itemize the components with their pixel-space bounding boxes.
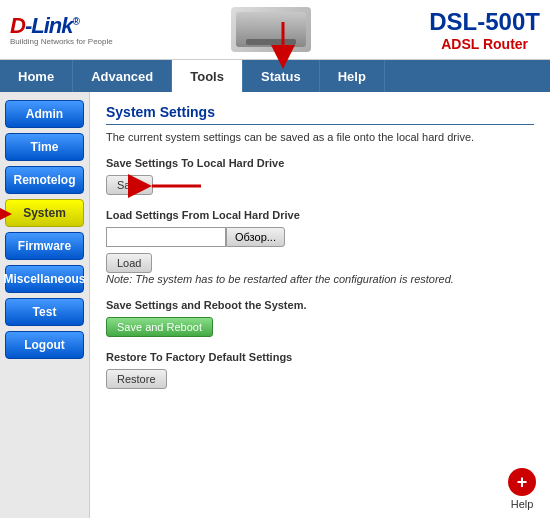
load-section: Load Settings From Local Hard Drive Обзо… <box>106 209 534 285</box>
file-path-input[interactable] <box>106 227 226 247</box>
logo-tagline: Building Networks for People <box>10 37 113 46</box>
save-reboot-button[interactable]: Save and Reboot <box>106 317 213 337</box>
logo-area: D-Link® Building Networks for People <box>10 13 113 46</box>
load-section-label: Load Settings From Local Hard Drive <box>106 209 534 221</box>
content-description: The current system settings can be saved… <box>106 131 534 143</box>
sidebar-item-logout[interactable]: Logout <box>5 331 84 359</box>
save-arrow <box>146 177 206 195</box>
save-section-label: Save Settings To Local Hard Drive <box>106 157 534 169</box>
main-navbar: Home Advanced Tools Status Help <box>0 60 550 92</box>
sidebar-item-firmware[interactable]: Firmware <box>5 232 84 260</box>
restore-section-label: Restore To Factory Default Settings <box>106 351 534 363</box>
restore-section: Restore To Factory Default Settings Rest… <box>106 351 534 389</box>
nav-advanced[interactable]: Advanced <box>73 60 172 92</box>
sidebar-item-miscellaneous[interactable]: Miscellaneous <box>5 265 84 293</box>
router-type: ADSL Router <box>429 36 540 52</box>
help-area: + Help <box>508 468 536 510</box>
sidebar-item-test[interactable]: Test <box>5 298 84 326</box>
sidebar-item-remotelog[interactable]: Remotelog <box>5 166 84 194</box>
content-title: System Settings <box>106 104 534 125</box>
logo-d: D <box>10 13 25 38</box>
help-button[interactable]: + <box>508 468 536 496</box>
main-layout: Admin Time Remotelog System Firmware Mis… <box>0 92 550 518</box>
content-area: System Settings The current system setti… <box>90 92 550 518</box>
tools-arrow <box>268 22 298 64</box>
sidebar: Admin Time Remotelog System Firmware Mis… <box>0 92 90 518</box>
nav-status[interactable]: Status <box>243 60 320 92</box>
reboot-section: Save Settings and Reboot the System. Sav… <box>106 299 534 337</box>
router-model: DSL-500T <box>429 8 540 36</box>
restore-button[interactable]: Restore <box>106 369 167 389</box>
help-label: Help <box>511 498 534 510</box>
sidebar-system-wrapper: System <box>5 199 84 227</box>
dlink-logo: D-Link® <box>10 13 113 39</box>
load-button[interactable]: Load <box>106 253 152 273</box>
sidebar-item-admin[interactable]: Admin <box>5 100 84 128</box>
load-note: Note: The system has to be restarted aft… <box>106 273 534 285</box>
load-btn-wrapper: Load <box>106 253 534 273</box>
nav-home[interactable]: Home <box>0 60 73 92</box>
navbar-container: Home Advanced Tools Status Help <box>0 60 550 92</box>
save-btn-wrapper: Save <box>106 175 153 195</box>
sidebar-item-system[interactable]: System <box>5 199 84 227</box>
nav-tools[interactable]: Tools <box>172 60 243 92</box>
save-section: Save Settings To Local Hard Drive Save <box>106 157 534 195</box>
file-input-row: Обзор... <box>106 227 534 247</box>
router-info: DSL-500T ADSL Router <box>429 8 540 52</box>
sidebar-item-time[interactable]: Time <box>5 133 84 161</box>
browse-button[interactable]: Обзор... <box>226 227 285 247</box>
system-arrow <box>0 203 8 225</box>
reboot-section-label: Save Settings and Reboot the System. <box>106 299 534 311</box>
nav-help[interactable]: Help <box>320 60 385 92</box>
